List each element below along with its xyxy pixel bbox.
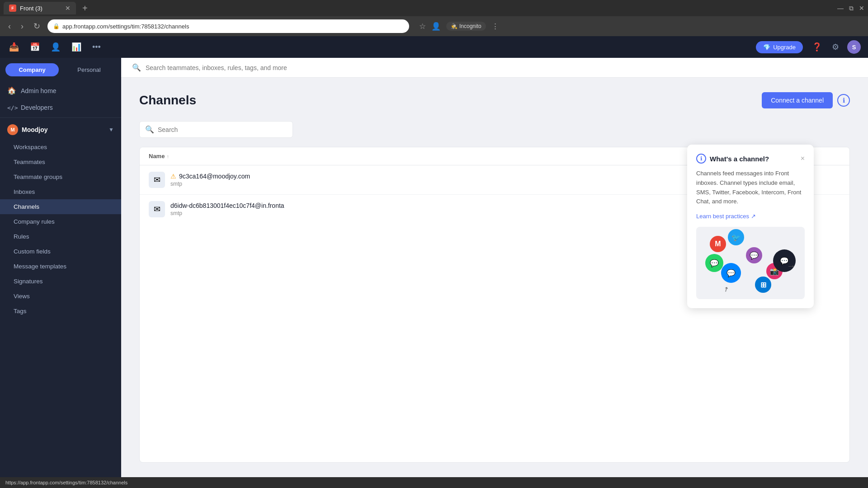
company-tab[interactable]: Company [5,63,59,76]
tooltip-body: Channels feed messages into Front inboxe… [696,169,805,206]
extensions-icon[interactable]: ⋮ [491,22,499,31]
upgrade-button[interactable]: 💎 Upgrade [756,41,803,53]
maximize-button[interactable]: ⧉ [849,5,854,12]
incognito-badge: 🕵 Incognito [446,22,486,31]
page-title: Channels [139,93,196,108]
address-bar[interactable] [62,23,404,30]
help-icon[interactable]: ❓ [810,40,824,54]
tab-favicon: F [9,5,16,12]
external-link-icon: ↗ [751,213,756,220]
warning-icon: ⚠ [170,173,176,180]
forward-button[interactable]: › [18,20,26,33]
minimize-button[interactable]: — [837,5,844,12]
facebook-messenger-icon: 💬 [721,263,741,283]
channel-type: smtp [170,210,284,216]
diamond-icon: 💎 [763,44,770,51]
sidebar-item-channels[interactable]: Channels [0,199,121,214]
connect-channel-button[interactable]: Connect a channel [762,92,833,108]
gmail-icon: M [710,236,726,252]
sidebar-item-rules[interactable]: Rules [0,229,121,244]
header-right-icons: ❓ ⚙ S [810,40,861,54]
tab-close-button[interactable]: ✕ [65,5,71,12]
code-icon: </> [7,104,16,111]
sidebar-label-company-rules: Company rules [14,218,55,225]
status-bar: https://app.frontapp.com/settings/tim:78… [0,477,868,488]
search-icon: 🔍 [132,63,141,72]
new-tab-button[interactable]: + [80,3,90,14]
sidebar-label-custom-fields: Custom fields [14,248,51,255]
reload-button[interactable]: ↻ [31,19,43,33]
microsoft-icon: ⊞ [755,277,771,293]
main-search-input[interactable] [146,64,857,71]
twitter-icon: 🐦 [728,229,744,245]
arrow-icon: → [787,261,796,271]
link-label: Learn best practices [696,213,749,220]
group-name: Moodjoy [22,126,48,133]
group-initial: M [10,127,14,132]
address-bar-container: 🔒 [47,19,409,33]
window-controls: — ⧉ ✕ [837,5,864,12]
name-column-header: Name ↑ [149,153,705,160]
sidebar-item-message-templates[interactable]: Message templates [0,259,121,274]
calendar-icon[interactable]: 📅 [28,40,42,54]
tooltip-graphic: M 🐦 💬 💬 💬 📸 ⊞ 💬 → ↗ [696,227,805,299]
info-button[interactable]: ℹ [837,94,850,107]
page-header-right: Connect a channel ℹ [762,92,850,108]
chevron-down-icon: ▼ [108,127,114,133]
channel-name-info: ⚠ 9c3ca164@moodjoy.com smtp [170,173,250,187]
whatsapp-icon: 💬 [705,254,723,272]
sidebar-item-inboxes[interactable]: Inboxes [0,184,121,199]
social-icons-graphic: M 🐦 💬 💬 💬 📸 ⊞ 💬 → ↗ [696,227,805,299]
channel-name-cell: ✉ ⚠ 9c3ca164@moodjoy.com smtp [149,172,705,188]
sidebar-label-teammate-groups: Teammate groups [14,174,62,180]
tooltip-close-button[interactable]: × [801,155,805,163]
sidebar-item-teammate-groups[interactable]: Teammate groups [0,169,121,184]
arrow-icon-2: ↗ [722,285,730,294]
intercom-icon: 💬 [746,247,762,263]
personal-tab[interactable]: Personal [62,63,116,76]
sidebar-group-moodjoy[interactable]: M Moodjoy ▼ [0,120,121,140]
channel-type: smtp [170,181,250,187]
group-icon: M [7,124,18,135]
channel-icon: ✉ [149,201,165,217]
sidebar-label-tags: Tags [14,308,27,314]
sidebar-item-tags[interactable]: Tags [0,304,121,319]
sidebar-item-signatures[interactable]: Signatures [0,274,121,289]
channel-search-icon: 🔍 [145,125,154,134]
tooltip-panel: ℹ What's a channel? × Channels feed mess… [687,145,814,308]
more-icon[interactable]: ••• [90,41,103,54]
inbox-icon[interactable]: 📥 [7,40,21,54]
profile-icon[interactable]: 👤 [431,22,441,31]
home-icon: 🏠 [7,86,16,95]
settings-icon[interactable]: ⚙ [830,40,841,54]
connect-label: Connect a channel [771,97,824,104]
back-button[interactable]: ‹ [5,20,14,33]
bookmark-icon[interactable]: ☆ [419,22,426,31]
user-avatar[interactable]: S [847,40,861,54]
sidebar-label-developers: Developers [21,104,53,111]
learn-best-practices-link[interactable]: Learn best practices ↗ [696,213,805,220]
contacts-icon[interactable]: 👤 [49,40,62,54]
toolbar-icons: ☆ 👤 🕵 Incognito ⋮ [419,22,499,31]
channel-search-input[interactable] [158,126,287,133]
app-header: 📥 📅 👤 📊 ••• 💎 Upgrade ❓ ⚙ S [0,36,868,58]
sidebar-label-rules: Rules [14,233,29,240]
sidebar-item-admin-home[interactable]: 🏠 Admin home [0,82,121,99]
sort-icon[interactable]: ↑ [166,154,169,159]
sidebar-label-teammates: Teammates [14,159,45,165]
sidebar-item-developers[interactable]: </> Developers [0,99,121,116]
sidebar-item-company-rules[interactable]: Company rules [0,214,121,229]
sidebar-item-workspaces[interactable]: Workspaces [0,140,121,155]
channel-email: d6idw-dc6b813001f4ec10c7f4@in.fronta [170,202,284,209]
sidebar-item-views[interactable]: Views [0,289,121,304]
status-url: https://app.frontapp.com/settings/tim:78… [5,480,127,485]
sidebar: Company Personal 🏠 Admin home </> Develo… [0,58,121,477]
sidebar-item-custom-fields[interactable]: Custom fields [0,244,121,259]
browser-tab[interactable]: F Front (3) ✕ [4,2,76,14]
tooltip-info-icon: ℹ [696,154,706,164]
sidebar-label-admin-home: Admin home [21,87,57,94]
channel-search-box: 🔍 [139,121,293,138]
sidebar-item-teammates[interactable]: Teammates [0,155,121,169]
analytics-icon[interactable]: 📊 [70,40,83,54]
close-window-button[interactable]: ✕ [859,5,864,12]
